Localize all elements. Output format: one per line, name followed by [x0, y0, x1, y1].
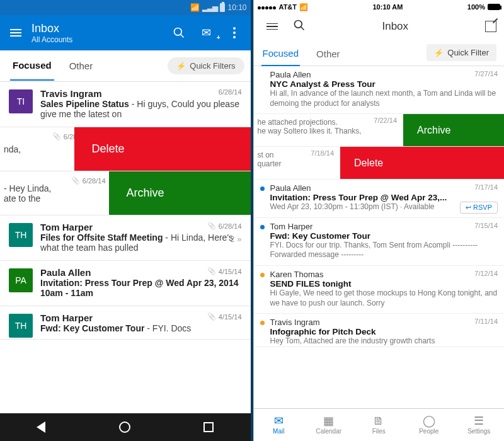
recent-button[interactable] — [203, 422, 214, 432]
tab-other[interactable]: Other — [67, 52, 96, 80]
app-header: Inbox — [254, 14, 505, 39]
android-phone: 📶 10:10 Inbox All Accounts ✉+ Focused Ot… — [0, 0, 253, 441]
preview: FYI. Docs for our trip. Thanks, Tom Sent… — [270, 241, 498, 260]
archive-action[interactable]: Archive — [403, 114, 504, 146]
date: 7/11/14 — [474, 318, 498, 325]
swipe-delete-row[interactable]: st on quarter 7/18/14 Delete — [254, 147, 505, 180]
account-subtitle: All Accounts — [32, 35, 163, 44]
delete-action[interactable]: Delete — [340, 147, 504, 179]
subject: Fwd: Key Customer Tour — [270, 231, 498, 241]
avatar: TI — [9, 89, 33, 113]
status-time: 10:10 AM — [308, 3, 467, 11]
attachment-icon — [52, 132, 61, 140]
subject: Files for Offsite Staff Meeting — [40, 232, 163, 243]
quick-filter-button[interactable]: Quick Filter — [427, 44, 496, 61]
svg-point-2 — [294, 21, 302, 28]
list-item[interactable]: TH Tom Harper Files for Offsite Staff Me… — [0, 215, 251, 261]
swipe-archive-row[interactable]: - Hey Linda, ate to the 6/28/14 Archive — [0, 171, 251, 215]
search-button[interactable] — [168, 26, 190, 39]
svg-line-3 — [301, 27, 304, 30]
subject: Invitation: Press Tour Prep @ Wed Apr 23… — [270, 193, 498, 202]
bolt-icon — [434, 48, 444, 57]
date: 7/22/14 — [374, 117, 397, 124]
sender: Tom Harper — [270, 222, 498, 231]
sender: Paula Allen — [270, 183, 498, 193]
date: 6/28/14 — [219, 222, 242, 230]
ios-tab-bar: ✉Mail ▦Calendar 🗎Files ◯People ☰Settings — [254, 408, 505, 441]
unread-dot-icon — [260, 186, 265, 191]
date: 7/12/14 — [474, 270, 498, 277]
wifi-icon: 📶 — [299, 3, 308, 11]
unread-dot-icon — [260, 321, 265, 325]
svg-point-0 — [174, 28, 181, 36]
swipe-delete-row[interactable]: nda, 6/28/14 Delete — [0, 127, 251, 171]
preview: Hi Gayle, We need to get those mockups t… — [270, 289, 498, 308]
sender: Travis Ingram — [270, 318, 498, 327]
list-item[interactable]: TI Travis Ingram Sales Pipeline Status -… — [0, 82, 251, 127]
avatar: TH — [9, 223, 33, 247]
tab-focused[interactable]: Focused — [261, 43, 301, 66]
search-button[interactable] — [293, 19, 306, 34]
tab-people[interactable]: ◯People — [404, 409, 454, 441]
date: 7/15/14 — [474, 222, 498, 229]
list-item[interactable]: Tom Harper Fwd: Key Customer Tour FYI. D… — [254, 218, 505, 266]
subject: SEND FILES tonight — [270, 279, 498, 289]
message-list[interactable]: TI Travis Ingram Sales Pipeline Status -… — [0, 82, 251, 413]
list-item[interactable]: PA Paula Allen Invitation: Press Tour Pr… — [0, 261, 251, 306]
unread-dot-icon — [260, 225, 265, 229]
preview: Hi all, In advance of the launch next mo… — [270, 89, 498, 108]
ios-phone: AT&T 📶 10:10 AM 100% Inbox Focused Other… — [253, 0, 505, 441]
menu-button[interactable] — [5, 24, 26, 42]
unread-dot-icon — [260, 273, 265, 277]
page-title: Inbox — [316, 20, 476, 33]
subject: Infographic for Pitch Deck — [270, 327, 498, 336]
tab-mail[interactable]: ✉Mail — [254, 409, 304, 441]
battery-pct: 100% — [467, 3, 485, 11]
peek-text: he attached projections. he way Soltero … — [254, 114, 362, 146]
compose-button[interactable]: ✉+ — [195, 26, 218, 40]
delete-action[interactable]: Delete — [74, 127, 251, 171]
preview: - FYI. Docs — [144, 323, 191, 333]
avatar: TH — [9, 314, 33, 338]
overflow-menu-button[interactable] — [223, 27, 246, 38]
settings-icon: ☰ — [474, 415, 484, 427]
app-header: Inbox All Accounts ✉+ — [0, 15, 251, 50]
tab-other[interactable]: Other — [315, 43, 341, 66]
archive-action[interactable]: Archive — [109, 171, 251, 215]
battery-icon — [220, 3, 225, 12]
tab-bar: Focused Other Quick Filter — [254, 39, 505, 66]
sender: Karen Thomas — [270, 270, 498, 279]
rsvp-button[interactable]: RSVP — [460, 202, 498, 214]
list-item[interactable]: Karen Thomas SEND FILES tonight Hi Gayle… — [254, 266, 505, 314]
back-button[interactable] — [37, 421, 45, 433]
list-item[interactable]: TH Tom Harper Fwd: Key Customer Tour - F… — [0, 306, 251, 340]
compose-button[interactable] — [485, 21, 496, 32]
header-title-block: Inbox All Accounts — [32, 22, 163, 44]
android-status-bar: 📶 10:10 — [0, 0, 251, 15]
signal-dots-icon — [258, 3, 277, 11]
swipe-archive-row[interactable]: he attached projections. he way Soltero … — [254, 114, 505, 147]
tab-files[interactable]: 🗎Files — [354, 409, 404, 441]
android-nav-bar — [0, 413, 251, 441]
page-title: Inbox — [32, 22, 163, 35]
home-button[interactable] — [119, 421, 130, 433]
menu-button[interactable] — [261, 18, 283, 35]
tab-settings[interactable]: ☰Settings — [454, 409, 505, 441]
chevron-icon — [237, 234, 241, 244]
tab-focused[interactable]: Focused — [10, 51, 54, 81]
list-item[interactable]: Paula Allen Invitation: Press Tour Prep … — [254, 180, 505, 218]
message-list[interactable]: Paula Allen NYC Analyst & Press Tour Hi … — [254, 66, 505, 408]
tab-calendar[interactable]: ▦Calendar — [304, 409, 354, 441]
mail-icon: ✉ — [274, 415, 284, 427]
preview: Hey Tom, Attached are the industry growt… — [270, 336, 498, 346]
date: 6/28/14 — [83, 177, 106, 185]
list-item[interactable]: Paula Allen NYC Analyst & Press Tour Hi … — [254, 66, 505, 114]
thread-count: 2 — [231, 235, 235, 244]
subject: Invitation: Press Tour Prep @ Wed Apr 23… — [40, 278, 238, 298]
quick-filters-button[interactable]: Quick Filters — [168, 57, 244, 74]
battery-icon — [488, 4, 500, 10]
list-item[interactable]: Travis Ingram Infographic for Pitch Deck… — [254, 314, 505, 347]
bolt-icon — [176, 61, 186, 71]
attachment-icon — [207, 312, 216, 321]
files-icon: 🗎 — [373, 415, 384, 427]
